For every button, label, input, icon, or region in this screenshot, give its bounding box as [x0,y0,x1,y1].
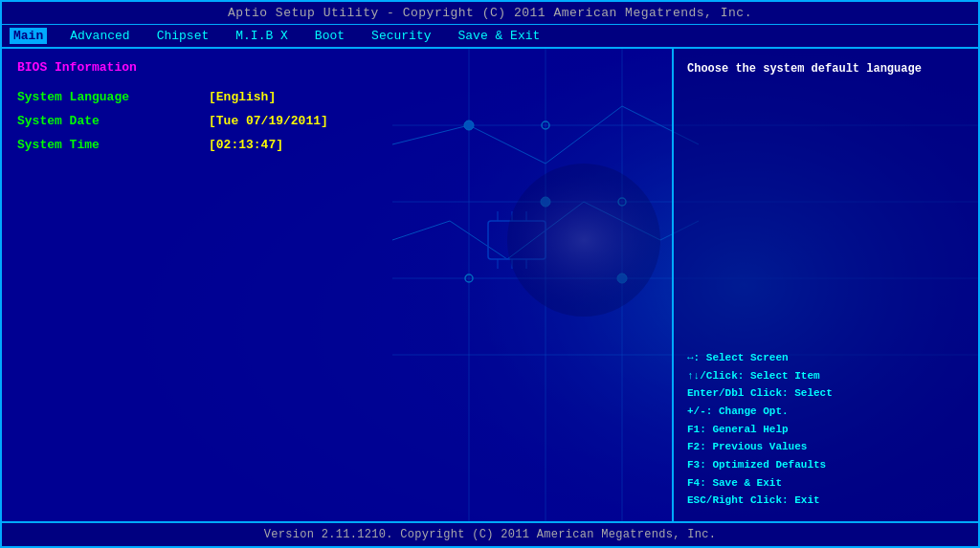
nav-item-boot[interactable]: Boot [311,28,348,44]
shortcut-item: Enter/Dbl Click: Select [687,384,965,403]
shortcut-item: +/-: Change Opt. [687,403,965,421]
system-date-row: System Date [Tue 07/19/2011] [17,114,657,128]
system-time-row: System Time [02:13:47] [17,138,657,152]
right-panel: Choose the system default language ↔: Se… [672,49,978,521]
title-bar: Aptio Setup Utility - Copyright (C) 2011… [2,2,978,25]
system-date-label: System Date [17,114,209,128]
system-date-value[interactable]: [Tue 07/19/2011] [209,114,328,128]
system-time-label: System Time [17,138,209,152]
system-language-row: System Language [English] [17,90,657,104]
bios-info-title: BIOS Information [17,60,657,75]
bios-setup-window: Aptio Setup Utility - Copyright (C) 2011… [0,0,980,548]
title-text: Aptio Setup Utility - Copyright (C) 2011… [228,6,752,20]
shortcut-item: F4: Save & Exit [687,474,965,493]
nav-bar: MainAdvancedChipsetM.I.B XBootSecuritySa… [2,25,978,49]
shortcut-item: ↔: Select Screen [687,349,965,367]
content-area: BIOS Information System Language [Englis… [2,49,978,523]
nav-item-m-i-b-x[interactable]: M.I.B X [232,28,292,44]
system-language-value[interactable]: [English] [209,90,276,104]
system-language-label: System Language [17,90,209,104]
footer-text: Version 2.11.1210. Copyright (C) 2011 Am… [264,528,717,541]
shortcut-item: F2: Previous Values [687,438,965,456]
shortcut-list: ↔: Select Screen↑↓/Click: Select ItemEnt… [687,349,965,510]
shortcut-item: ↑↓/Click: Select Item [687,367,965,385]
system-time-value[interactable]: [02:13:47] [209,138,283,152]
nav-item-security[interactable]: Security [368,28,434,44]
shortcut-item: F1: General Help [687,421,965,439]
nav-item-advanced[interactable]: Advanced [66,28,133,44]
shortcut-item: F3: Optimized Defaults [687,456,965,474]
nav-item-main[interactable]: Main [10,28,47,44]
help-text: Choose the system default language [687,60,965,77]
nav-item-save---exit[interactable]: Save & Exit [455,28,545,44]
nav-item-chipset[interactable]: Chipset [153,28,213,44]
left-panel: BIOS Information System Language [Englis… [2,49,672,521]
footer: Version 2.11.1210. Copyright (C) 2011 Am… [2,523,978,546]
shortcut-item: ESC/Right Click: Exit [687,492,965,510]
